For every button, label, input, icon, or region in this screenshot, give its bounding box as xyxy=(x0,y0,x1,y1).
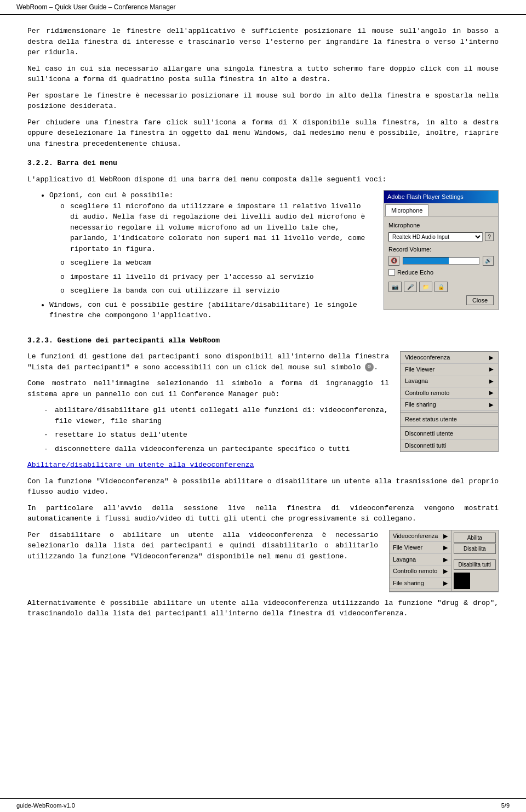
footer-page: 5/9 xyxy=(501,802,510,809)
sub-item-privacy: impostare il livello di privacy per l'ac… xyxy=(60,272,499,283)
disabilita-button[interactable]: Disabilita xyxy=(454,544,496,554)
sub-item-webcam: scegliere la webcam xyxy=(60,258,499,268)
chevron-right-vc-3: ▶ xyxy=(443,555,448,564)
videoconf-row-videoconf[interactable]: Videoconferenza ▶ xyxy=(390,530,451,542)
paragraph-8: Con la funzione "Videoconferenza" è poss… xyxy=(27,476,499,498)
chevron-right-icon-4: ▶ xyxy=(489,388,494,397)
chevron-right-vc-1: ▶ xyxy=(443,531,448,541)
participant-menu-videoconferenza[interactable]: Videoconferenza ▶ xyxy=(401,352,498,364)
videoconf-row-filesharing[interactable]: File sharing ▶ xyxy=(390,577,451,590)
main-content: Per ridimensionare le finestre dell'appl… xyxy=(0,15,526,657)
videoconf-panel-box: Videoconferenza ▶ File Viewer ▶ Lavagna … xyxy=(389,530,499,592)
chevron-right-vc-2: ▶ xyxy=(443,543,448,552)
dash-item-1: abilitare/disabilitare gli utenti colleg… xyxy=(44,405,499,426)
videoconf-panel: Videoconferenza ▶ File Viewer ▶ Lavagna … xyxy=(389,530,499,592)
videoconf-action-col: Abilita Disabilita Disabilita tutti xyxy=(451,530,498,591)
participant-menu-controllo[interactable]: Controllo remoto ▶ xyxy=(401,387,498,399)
sub-item-bandwidth: scegliere la banda con cui utilizzare il… xyxy=(60,285,499,296)
abilita-button[interactable]: Abilita xyxy=(454,533,496,543)
flash-close-button[interactable]: Close xyxy=(466,295,494,305)
page-footer: guide-WebRoom-v1.0 5/9 xyxy=(0,798,526,812)
bullet-item-options: Opzioni, con cui è possibile: scegliere … xyxy=(49,190,499,296)
videoconf-left-col: Videoconferenza ▶ File Viewer ▶ Lavagna … xyxy=(390,530,451,591)
chevron-right-icon-2: ▶ xyxy=(489,365,494,373)
sub-options-list: scegliere il microfono da utilizzare e i… xyxy=(60,201,499,296)
paragraph-9: In particolare all'avvio della sessione … xyxy=(27,503,499,524)
participants-section: Videoconferenza ▶ File Viewer ▶ Lavagna … xyxy=(27,351,499,460)
dash-item-3: disconnettere dalla videoconferenza un p… xyxy=(44,444,499,455)
paragraph-2: Nel caso in cui sia necessario allargare… xyxy=(27,64,499,85)
gear-symbol: ⚙ xyxy=(365,363,374,371)
paragraph-3: Per spostare le finestre è necessario po… xyxy=(27,90,499,112)
disabilita-tutti-button[interactable]: Disabilita tutti xyxy=(454,559,496,570)
chevron-right-vc-5: ▶ xyxy=(443,579,448,588)
section-322-heading: 3.2.2. Barra dei menu xyxy=(27,158,499,169)
videoconf-disable-section: Videoconferenza ▶ File Viewer ▶ Lavagna … xyxy=(27,530,499,598)
videoconf-row-fileviewer[interactable]: File Viewer ▶ xyxy=(390,542,451,554)
video-thumbnail xyxy=(454,573,470,589)
link-videoconferenza: Abilitare/disabilitare un utente alla vi… xyxy=(27,460,499,471)
participant-menu-fileviewer[interactable]: File Viewer ▶ xyxy=(401,364,498,376)
paragraph-4: Per chiudere una finestra fare click sul… xyxy=(27,117,499,150)
page-header: WebRoom – Quick User Guide – Conference … xyxy=(0,0,526,15)
header-title: WebRoom – Quick User Guide – Conference … xyxy=(16,3,176,11)
section-323-heading: 3.2.3. Gestione dei partecipanti alla We… xyxy=(27,335,499,346)
paragraph-5: L'applicativo di WebRoom dispone di una … xyxy=(27,174,499,185)
sub-item-microphone: scegliere il microfono da utilizzare e i… xyxy=(60,201,499,255)
chevron-right-icon-3: ▶ xyxy=(489,377,494,385)
paragraph-1: Per ridimensionare le finestre dell'appl… xyxy=(27,26,499,58)
options-section: Adobe Flash Player Settings Microphone M… xyxy=(27,190,499,327)
chevron-right-icon: ▶ xyxy=(489,353,494,362)
participant-menu-lavagna[interactable]: Lavagna ▶ xyxy=(401,375,498,387)
participant-divider-2 xyxy=(401,426,498,427)
videoconf-panel-inner: Videoconferenza ▶ File Viewer ▶ Lavagna … xyxy=(390,530,498,592)
paragraph-11: Alternativamente è possibile abilitare u… xyxy=(27,598,499,619)
videoconf-row-lavagna[interactable]: Lavagna ▶ xyxy=(390,554,451,566)
footer-filename: guide-WebRoom-v1.0 xyxy=(16,802,75,809)
dash-item-2: resettare lo status dell'utente xyxy=(44,430,499,441)
videoconferenza-link[interactable]: Abilitare/disabilitare un utente alla vi… xyxy=(27,461,254,469)
chevron-right-vc-4: ▶ xyxy=(443,567,448,576)
manager-actions-list: abilitare/disabilitare gli utenti colleg… xyxy=(44,405,499,454)
videoconf-row-controllo[interactable]: Controllo remoto ▶ xyxy=(390,565,451,577)
